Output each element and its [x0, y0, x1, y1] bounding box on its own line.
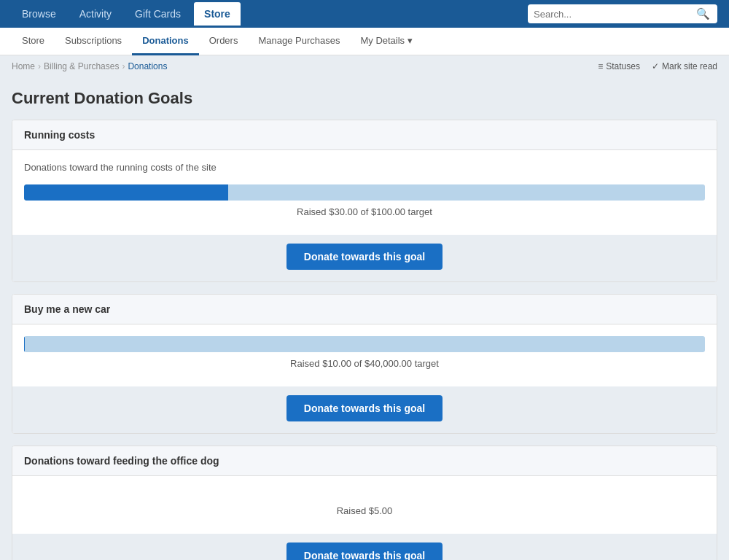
breadcrumb-home[interactable]: Home [12, 61, 35, 71]
subnav-store[interactable]: Store [12, 28, 55, 55]
subnav-donations[interactable]: Donations [132, 28, 199, 55]
goal-title-running-costs: Running costs [12, 120, 717, 150]
progress-text-running-costs: Raised $30.00 of $100.00 target [24, 206, 705, 217]
statuses-icon: ≡ [598, 61, 603, 71]
nav-gift-cards[interactable]: Gift Cards [125, 2, 191, 26]
search-bar: 🔍 [528, 4, 717, 23]
goal-body-running-costs: Donations toward the running costs of th… [12, 150, 717, 235]
search-button[interactable]: 🔍 [695, 7, 712, 20]
sub-navigation: Store Subscriptions Donations Orders Man… [0, 28, 729, 55]
breadcrumb: Home › Billing & Purchases › Donations [12, 61, 167, 71]
page-title: Current Donation Goals [12, 89, 717, 108]
goal-body-office-dog: Raised $5.00 [12, 476, 717, 534]
subnav-subscriptions[interactable]: Subscriptions [55, 28, 132, 55]
main-content: Current Donation Goals Running costs Don… [0, 77, 729, 560]
goal-description-running-costs: Donations toward the running costs of th… [24, 162, 705, 173]
goal-footer-office-dog: Donate towards this goal [12, 534, 717, 560]
top-nav-items: Browse Activity Gift Cards Store [12, 2, 528, 26]
goal-footer-running-costs: Donate towards this goal [12, 235, 717, 281]
goal-title-office-dog: Donations toward feeding the office dog [12, 446, 717, 476]
progress-bar-container-new-car [24, 336, 705, 352]
breadcrumb-current: Donations [128, 61, 167, 71]
mark-site-read-label: Mark site read [662, 61, 717, 71]
breadcrumb-bar: Home › Billing & Purchases › Donations ≡… [0, 55, 729, 77]
goal-card-new-car: Buy me a new car Raised $10.00 of $40,00… [12, 294, 717, 434]
donate-button-new-car[interactable]: Donate towards this goal [286, 395, 443, 421]
goal-title-new-car: Buy me a new car [12, 295, 717, 324]
nav-activity[interactable]: Activity [69, 2, 122, 26]
subnav-manage-purchases[interactable]: Manage Purchases [248, 28, 350, 55]
breadcrumb-sep-1: › [38, 61, 41, 71]
goal-body-new-car: Raised $10.00 of $40,000.00 target [12, 324, 717, 386]
search-input[interactable] [534, 9, 695, 20]
goal-footer-new-car: Donate towards this goal [12, 386, 717, 433]
progress-text-new-car: Raised $10.00 of $40,000.00 target [24, 358, 705, 369]
nav-browse[interactable]: Browse [12, 2, 66, 26]
mark-site-read-action[interactable]: ✓ Mark site read [652, 61, 717, 71]
progress-bar-container-running-costs [24, 184, 705, 201]
breadcrumb-billing[interactable]: Billing & Purchases [44, 61, 119, 71]
statuses-label: Statuses [606, 61, 640, 71]
donate-button-running-costs[interactable]: Donate towards this goal [286, 244, 443, 270]
goal-card-office-dog: Donations toward feeding the office dog … [12, 446, 717, 560]
subnav-my-details[interactable]: My Details [350, 28, 422, 55]
goal-card-running-costs: Running costs Donations toward the runni… [12, 120, 717, 282]
progress-bar-fill-running-costs [24, 184, 228, 201]
check-icon: ✓ [652, 61, 659, 71]
breadcrumb-sep-2: › [122, 61, 125, 71]
statuses-action[interactable]: ≡ Statuses [598, 61, 640, 71]
subnav-orders[interactable]: Orders [199, 28, 249, 55]
breadcrumb-actions: ≡ Statuses ✓ Mark site read [598, 61, 717, 71]
top-navigation: Browse Activity Gift Cards Store 🔍 [0, 0, 729, 28]
progress-text-office-dog: Raised $5.00 [24, 505, 705, 516]
donate-button-office-dog[interactable]: Donate towards this goal [286, 542, 443, 560]
nav-store[interactable]: Store [194, 2, 241, 26]
